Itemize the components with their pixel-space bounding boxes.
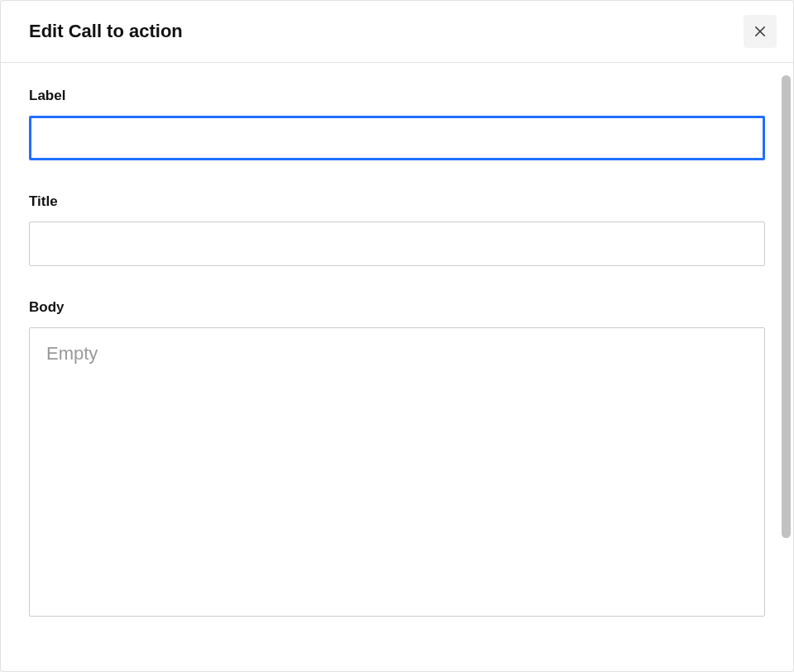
- body-field-label: Body: [29, 299, 765, 316]
- close-button[interactable]: [744, 15, 777, 48]
- label-field-group: Label: [29, 88, 765, 160]
- body-field-group: Body Empty: [29, 299, 765, 617]
- edit-cta-modal: Edit Call to action Label Title Body Emp…: [0, 0, 794, 672]
- label-field-label: Label: [29, 88, 765, 104]
- close-icon: [753, 24, 768, 39]
- title-field-group: Title: [29, 193, 765, 266]
- modal-body: Label Title Body Empty: [1, 63, 793, 671]
- modal-title: Edit Call to action: [29, 21, 183, 42]
- scrollbar-thumb[interactable]: [782, 75, 791, 538]
- title-input[interactable]: [29, 222, 765, 266]
- modal-header: Edit Call to action: [1, 1, 793, 63]
- label-input[interactable]: [29, 116, 765, 160]
- title-field-label: Title: [29, 193, 765, 210]
- body-placeholder: Empty: [46, 343, 98, 364]
- body-editor[interactable]: Empty: [29, 327, 765, 617]
